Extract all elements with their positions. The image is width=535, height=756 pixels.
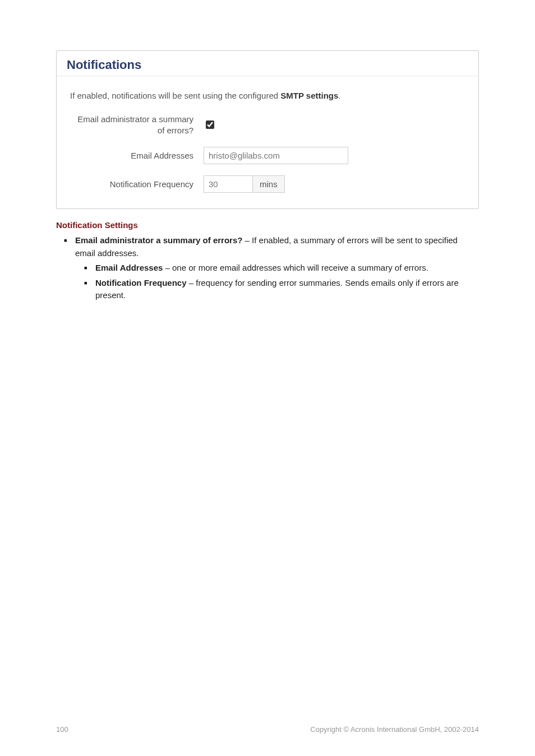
notification-frequency-input[interactable] (204, 175, 253, 193)
page-number: 100 (56, 725, 68, 734)
smtp-info-text: If enabled, notifications will be sent u… (57, 81, 478, 108)
label-email-addresses: Email Addresses (70, 150, 204, 161)
panel-header: Notifications (57, 51, 478, 76)
item1b-bold: Notification Frequency (95, 278, 187, 287)
panel-body: If enabled, notifications will be sent u… (57, 76, 478, 208)
footer-copyright: Copyright © Acronis International GmbH, … (310, 725, 479, 734)
item1-bold: Email administrator a summary of errors? (75, 235, 242, 245)
list-item: Email administrator a summary of errors?… (75, 234, 479, 302)
list-item: Email Addresses – one or more email addr… (95, 262, 479, 275)
panel-title: Notifications (67, 58, 468, 72)
page-footer: 100 Copyright © Acronis International Gm… (56, 725, 479, 734)
list-item: Notification Frequency – frequency for s… (95, 277, 479, 302)
info-prefix: If enabled, notifications will be sent u… (70, 91, 280, 100)
label-email-summary: Email administrator a summary of errors? (70, 114, 204, 136)
label-notification-frequency: Notification Frequency (70, 179, 204, 190)
frequency-input-group: mins (204, 175, 285, 193)
smtp-settings-link[interactable]: SMTP settings (280, 91, 338, 100)
email-addresses-input[interactable] (204, 147, 348, 164)
row-notification-frequency: Notification Frequency mins (57, 170, 478, 198)
email-summary-checkbox-wrap (204, 119, 216, 131)
doc-section-title: Notification Settings (56, 220, 479, 230)
email-summary-checkbox[interactable] (206, 120, 214, 129)
sub-list: Email Addresses – one or more email addr… (75, 262, 479, 302)
row-email-addresses: Email Addresses (57, 141, 478, 170)
row-email-summary: Email administrator a summary of errors? (57, 108, 478, 141)
item1a-rest: – one or more email addresses which will… (163, 263, 428, 272)
notifications-panel: Notifications If enabled, notifications … (56, 50, 479, 209)
item1a-bold: Email Addresses (95, 263, 163, 272)
document-page: Notifications If enabled, notifications … (0, 0, 535, 756)
doc-list: Email administrator a summary of errors?… (56, 234, 479, 302)
info-suffix: . (338, 91, 340, 100)
notification-frequency-unit: mins (253, 175, 285, 193)
